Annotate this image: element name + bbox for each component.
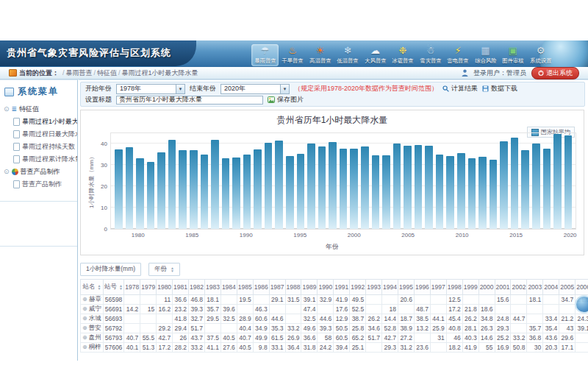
- breadcrumb-link[interactable]: 暴雨普查: [66, 69, 93, 77]
- nav-item-hail[interactable]: ❉冰雹普查: [390, 44, 417, 66]
- nav-item-rainstorm[interactable]: ☂暴雨普查: [251, 44, 279, 66]
- nav-item-label: 图件审核: [502, 57, 523, 64]
- tree-expander-icon[interactable]: ⊙: [4, 106, 10, 113]
- value-cell: [430, 295, 446, 305]
- expand-row-icon[interactable]: ⊕: [82, 344, 87, 350]
- value-cell: 39.3: [189, 305, 205, 314]
- calculate-button[interactable]: 计算结果: [442, 84, 478, 93]
- sort-carets-icon: ▲▼: [119, 284, 123, 290]
- chart-title-input[interactable]: [116, 96, 263, 105]
- toolbar-row-2: 设置标题 保存图片: [85, 94, 580, 105]
- tree-item[interactable]: 暴雨过程持续天数: [13, 141, 77, 153]
- value-cell: 33.2: [285, 324, 301, 333]
- value-cell: 23.6: [414, 343, 430, 353]
- low-temp-icon: ❄: [344, 46, 352, 56]
- value-cell: [462, 295, 478, 305]
- end-year-select[interactable]: 2020年 ▼: [220, 84, 290, 94]
- value-cell: 18.7: [398, 314, 415, 324]
- page-icon: [13, 155, 20, 163]
- value-cell: 38.9: [398, 324, 415, 333]
- value-cell: 19.5: [237, 295, 253, 305]
- menu-tree: ⊙≣特征值暴雨过程1小时最大降水量暴雨过程日最大降水量暴雨过程持续天数暴雨过程累…: [0, 102, 77, 195]
- sort-carets-icon: ▲▼: [171, 266, 174, 272]
- expand-row-icon[interactable]: ⊕: [82, 296, 87, 302]
- chevron-down-icon: ▼: [176, 85, 184, 93]
- value-cell: 15.6: [495, 295, 511, 305]
- value-cell: 13.2: [414, 324, 430, 333]
- tree-group-1[interactable]: ⊙普查产品制作: [4, 166, 77, 178]
- download-label: 数据下载: [491, 84, 517, 93]
- table-row: ⊕普安5679229.229.451.740.434.935.333.249.6…: [81, 324, 588, 333]
- start-year-select[interactable]: 1978年 ▼: [116, 84, 185, 94]
- bar-2009: [446, 156, 454, 229]
- nav-item-label: 雷电普查: [447, 57, 468, 64]
- calculate-label: 计算结果: [451, 84, 478, 93]
- station-id-cell: 56693: [103, 314, 124, 324]
- nav-item-label: 高温普查: [309, 57, 331, 64]
- nav-item-composite-risk[interactable]: ▦综合风险: [472, 44, 499, 66]
- col-header-station-id[interactable]: 站号▲▼: [103, 280, 124, 295]
- save-image-button[interactable]: 保存图片: [268, 95, 304, 105]
- expand-row-icon[interactable]: ⊕: [82, 315, 87, 322]
- tree-item[interactable]: 暴雨过程1小时最大降水量: [13, 116, 77, 128]
- download-button[interactable]: 数据下载: [482, 84, 517, 93]
- nav-item-wind[interactable]: ☁大风普查: [362, 44, 389, 66]
- year-column-filter[interactable]: 年份 ▲▼: [148, 263, 180, 276]
- tree-expander-icon[interactable]: ⊙: [4, 169, 10, 175]
- expand-row-icon[interactable]: ⊕: [82, 305, 87, 312]
- nav-item-drought[interactable]: ♨干旱普查: [279, 44, 306, 66]
- col-header-year-1990: 1990: [318, 280, 334, 295]
- value-cell: 51.7: [189, 324, 205, 333]
- value-cell: 49.6: [301, 324, 318, 333]
- bar-2018: [543, 149, 551, 229]
- value-cell: 18.1: [527, 295, 543, 305]
- page-icon: [13, 130, 20, 138]
- value-cell: 43.6: [543, 333, 559, 343]
- value-cell: 20.6: [398, 295, 415, 305]
- bar-2004: [393, 144, 401, 229]
- y-axis-label: 1小时降水量（mm）: [87, 154, 96, 208]
- value-cell: 25.1: [350, 343, 366, 353]
- bar-2019: [553, 134, 562, 229]
- nav-item-settings[interactable]: ⚙系统设置: [527, 44, 554, 66]
- nav-item-lightning[interactable]: ⚡雷电普查: [445, 44, 472, 66]
- chart-title-label: 设置标题: [85, 95, 112, 105]
- breadcrumb-link[interactable]: 暴雨过程1小时最大降水量: [122, 69, 198, 77]
- tree-item[interactable]: 暴雨过程日最大降水量: [13, 128, 77, 141]
- main-content: 开始年份 1978年 ▼ 结束年份 2020年 ▼ （规定采用1978-2020…: [79, 79, 588, 361]
- value-cell: [285, 314, 301, 324]
- value-cell: 46: [446, 333, 462, 343]
- tree-item-label: 暴雨过程累计降水量: [22, 155, 77, 164]
- tree-item[interactable]: 暴雨过程累计降水量: [13, 153, 77, 166]
- value-cell: 31.8: [301, 343, 318, 353]
- tree-item[interactable]: 普查产品制作: [13, 178, 77, 191]
- nav-item-high-temp[interactable]: ☀高温普查: [306, 44, 334, 66]
- end-year-value: 2020年: [221, 84, 245, 93]
- value-cell: 29.5: [204, 314, 220, 324]
- float-scroll-button[interactable]: [575, 295, 588, 314]
- value-cell: [382, 295, 398, 305]
- col-header-year-1980: 1980: [157, 280, 173, 295]
- expand-row-icon[interactable]: ⊕: [82, 334, 87, 341]
- nav-item-label: 低温普查: [337, 57, 358, 64]
- value-cell: 44.1: [430, 314, 446, 324]
- bar-2011: [468, 158, 476, 229]
- tree-group-0[interactable]: ⊙≣特征值: [4, 103, 77, 116]
- logout-button[interactable]: 退出系统: [531, 67, 579, 79]
- value-cell: 30: [527, 343, 543, 353]
- nav-item-snow[interactable]: ☃雪灾普查: [417, 44, 444, 66]
- value-cell: [430, 305, 446, 314]
- table-row: ⊕威宁5669114.21516.223.239.335.739.646.347…: [81, 305, 588, 314]
- breadcrumb-link[interactable]: 特征值: [97, 69, 117, 77]
- value-cell: 26.2: [366, 314, 382, 324]
- col-header-station[interactable]: 站名▲▼: [81, 280, 104, 295]
- measure-filter[interactable]: 1小时降水量(mm): [80, 263, 141, 276]
- value-cell: 35.7: [204, 305, 220, 314]
- nav-item-low-temp[interactable]: ❄低温普查: [334, 44, 362, 66]
- expand-row-icon[interactable]: ⊕: [82, 325, 87, 331]
- value-cell: 25.8: [350, 324, 366, 333]
- nav-item-map-review[interactable]: ▣图件审核: [500, 44, 527, 66]
- breadcrumb: 当前的位置： /暴雨普查/特征值/暴雨过程1小时最大降水量: [9, 68, 198, 78]
- nav-item-label: 干旱普查: [282, 57, 303, 64]
- col-header-year-1991: 1991: [334, 280, 350, 295]
